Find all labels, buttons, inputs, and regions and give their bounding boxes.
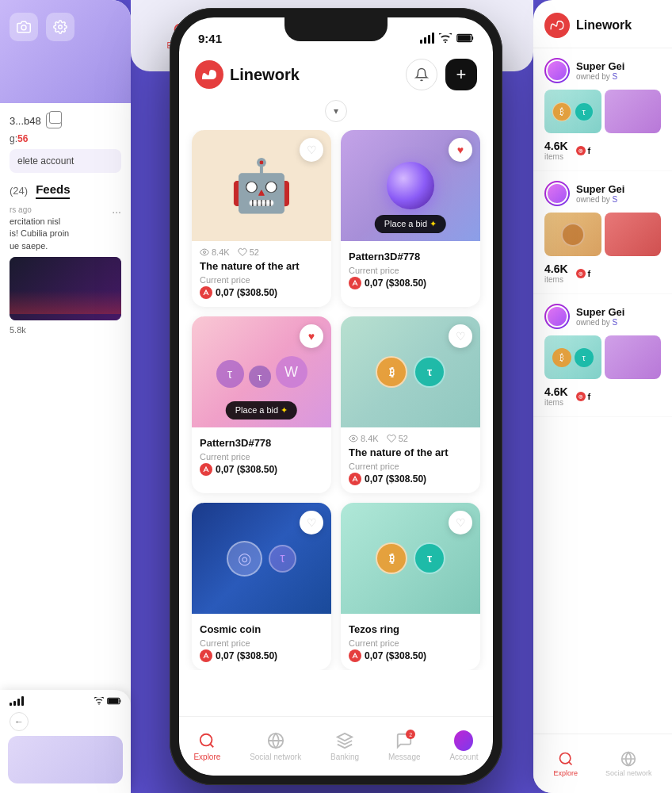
feeds-header: (24) Feeds — [10, 182, 121, 199]
feed-item: ··· rs ago ercitation nisl is! Cubilia p… — [10, 205, 121, 335]
mini-phone-header: ← — [0, 709, 131, 736]
btc-circle-6: ₿ — [376, 542, 407, 574]
svg-point-9 — [204, 251, 206, 254]
right-panel: Linework Super Gei owned by S ₿ τ 4.6K — [533, 0, 672, 793]
phone-nav-banking[interactable]: Banking — [330, 731, 359, 761]
nft-card-4[interactable]: ₿ τ ♡ 8.4K — [341, 316, 480, 493]
center-phone: 9:41 — [170, 8, 502, 785]
mini-back-btn[interactable]: ← — [10, 712, 29, 731]
battery-icon — [456, 33, 474, 43]
nft-card-1[interactable]: 🤖 ♡ 8.4K 52 — [192, 130, 331, 307]
collection-item-1[interactable]: Super Gei owned by S ₿ τ 4.6K items ◎ f — [533, 48, 672, 171]
account-nav-icon — [454, 731, 473, 750]
bid-badge-3[interactable]: Place a bid ✦ — [226, 401, 297, 419]
heart-icon-3: ♥ — [308, 330, 315, 343]
collection-stat-items-1: 4.6K items — [544, 140, 568, 161]
right-nav-social[interactable]: Social network — [605, 751, 652, 777]
heart-btn-1[interactable]: ♡ — [300, 138, 323, 162]
feed-dots-btn[interactable]: ··· — [112, 205, 121, 218]
notification-btn[interactable] — [406, 59, 437, 90]
camera-icon-btn[interactable] — [10, 13, 38, 41]
collection-item-3[interactable]: Super Gei owned by S ₿ τ 4.6K items ◎ f — [533, 294, 672, 417]
nft-stats-1: 8.4K 52 — [192, 241, 331, 260]
delete-btn-label: elete account — [17, 155, 74, 167]
right-nav-explore-label: Explore — [553, 769, 578, 777]
message-nav-icon: 2 — [395, 731, 414, 750]
nft-price-6: 0,07 ($308.50) — [341, 649, 480, 670]
chevron-down-btn[interactable]: ▾ — [325, 100, 347, 122]
heart-btn-4[interactable]: ♡ — [449, 324, 472, 348]
nft-likes-count-1: 52 — [250, 247, 259, 257]
floor-value-3: f — [588, 392, 591, 401]
collection-stats-2: 4.6K items ◎ f — [544, 262, 661, 284]
coll-img-2a — [544, 213, 601, 256]
nft-price-value-3: 0,07 ($308.50) — [216, 464, 277, 475]
floor-price-icon-2: ◎ — [576, 269, 586, 278]
heart-icon-4: ♡ — [456, 330, 466, 343]
plus-icon: + — [456, 64, 467, 85]
settings-icon-btn[interactable] — [46, 13, 74, 41]
phone-nav-banking-label: Banking — [330, 753, 359, 761]
coll-img-2b — [605, 213, 662, 256]
nft-card-5-image: ◎ τ ♡ — [192, 503, 331, 614]
price-icon-4 — [349, 473, 361, 485]
nft-card-5[interactable]: ◎ τ ♡ Cosmic coin Current price — [192, 503, 331, 670]
owner-name-2: Super Gei — [576, 183, 661, 195]
collection-item-2[interactable]: Super Gei owned by S 4.6K items ◎ f — [533, 171, 672, 294]
heart-icon-6: ♡ — [456, 516, 466, 529]
phone-nav-social[interactable]: Social network — [250, 731, 301, 761]
status-time: 9:41 — [198, 32, 222, 45]
nft-card-6[interactable]: ₿ τ ♡ Tezos ring Current price — [341, 503, 480, 670]
heart-btn-6[interactable]: ♡ — [449, 511, 472, 534]
phone-nav-message[interactable]: 2 Message — [388, 731, 421, 761]
bid-badge-2[interactable]: Place a bid ✦ — [375, 215, 446, 233]
nft-card-3[interactable]: τ τ W ♥ Place a bid ✦ Pattern3D#778 Curr… — [192, 316, 331, 493]
heart-btn-5[interactable]: ♡ — [300, 511, 323, 534]
floor-price-icon-1: ◎ — [576, 146, 586, 155]
nft-price-label-2: Current price — [341, 266, 480, 277]
add-btn[interactable]: + — [445, 59, 477, 90]
app-name: Linework — [230, 66, 300, 84]
right-nav-explore[interactable]: Explore — [553, 751, 578, 777]
signal-icon — [420, 33, 434, 44]
phone-nav-account[interactable]: Account — [449, 731, 478, 761]
nft-title-1: The nature of the art — [192, 260, 331, 275]
svg-point-11 — [200, 734, 212, 746]
svg-point-1 — [59, 25, 63, 29]
delete-account-btn[interactable]: elete account — [10, 149, 121, 173]
nft-stats-3 — [192, 427, 331, 437]
nft-price-value-6: 0,07 ($308.50) — [365, 650, 426, 661]
coll-img-3a: ₿ τ — [544, 335, 601, 379]
wallet-address: 3...b48 — [10, 115, 41, 127]
svg-rect-19 — [108, 699, 118, 703]
collection-stats-1: 4.6K items ◎ f — [544, 140, 661, 161]
left-panel-header — [0, 0, 131, 103]
owner-info-1: Super Gei owned by S — [576, 60, 661, 81]
price-icon-6 — [349, 649, 361, 662]
nft-likes-4: 52 — [387, 434, 408, 443]
nft-price-label-1: Current price — [192, 275, 331, 286]
heart-btn-3[interactable]: ♥ — [300, 324, 323, 348]
nft-stats-5 — [192, 614, 331, 623]
nft-price-1: 0,07 ($308.50) — [192, 286, 331, 307]
nft-card-4-image: ₿ τ ♡ — [341, 316, 480, 427]
btc-circle: ₿ — [376, 356, 407, 388]
mini-status-icons — [94, 697, 121, 705]
address-row: 3...b48 — [10, 113, 121, 128]
nft-views-count-1: 8.4K — [212, 247, 230, 257]
nft-title-3: Pattern3D#778 — [192, 437, 331, 452]
crypto-set-6: ₿ τ — [376, 542, 445, 574]
nft-price-label-4: Current price — [341, 462, 480, 473]
nft-price-label-5: Current price — [192, 638, 331, 649]
svg-rect-7 — [472, 36, 473, 40]
nft-stats-4: 8.4K 52 — [341, 427, 480, 446]
copy-icon[interactable] — [46, 113, 62, 128]
status-icons — [420, 33, 474, 44]
nft-likes-1: 52 — [238, 247, 259, 257]
owner-avatar-2 — [544, 181, 570, 206]
svg-rect-8 — [458, 35, 471, 41]
nft-card-2[interactable]: ♥ Place a bid ✦ Pattern3D#778 Current pr… — [341, 130, 480, 307]
phone-nav-explore[interactable]: Explore — [193, 731, 220, 761]
heart-btn-2[interactable]: ♥ — [449, 138, 472, 162]
phone-screen: 9:41 — [179, 17, 493, 776]
